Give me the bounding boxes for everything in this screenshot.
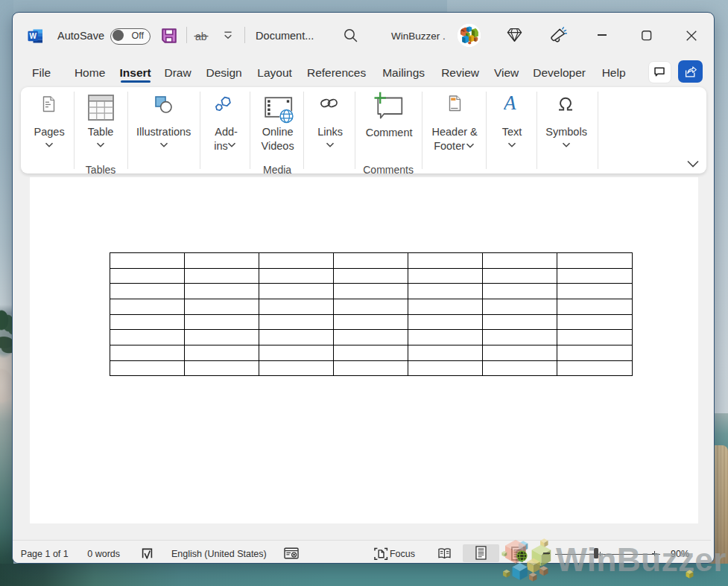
svg-text:W: W [29, 32, 37, 40]
svg-text:A: A [504, 94, 516, 113]
